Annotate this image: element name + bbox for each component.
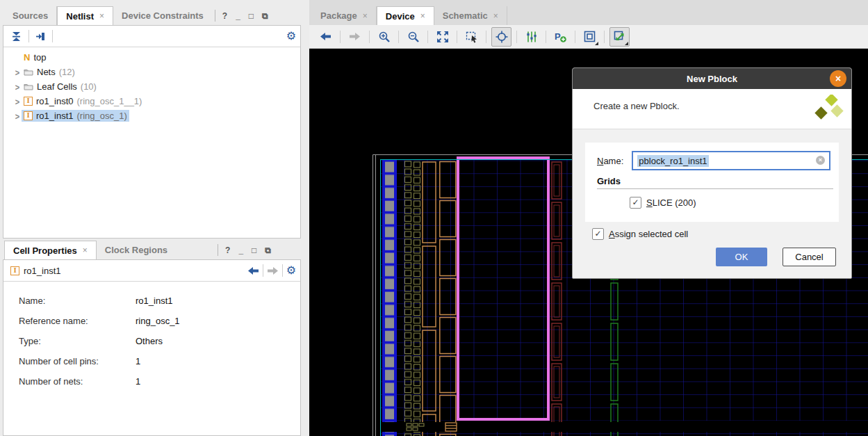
separator — [486, 31, 486, 43]
tree-label: ro1_inst0 — [36, 96, 73, 106]
tab-device-constraints[interactable]: Device Constraints — [113, 6, 212, 25]
property-row: Number of cell pins: 1 — [19, 356, 300, 376]
dialog-title: New Pblock — [687, 74, 737, 84]
separator — [340, 31, 341, 43]
zoom-to-selection-icon[interactable] — [462, 28, 481, 46]
chevron-right-icon[interactable]: > — [13, 111, 22, 120]
gear-icon[interactable]: ⚙ — [286, 31, 296, 42]
maximize-icon[interactable]: □ — [249, 11, 254, 21]
minimize-icon[interactable]: _ — [236, 11, 240, 21]
tree-count: (10) — [81, 81, 97, 92]
minimize-icon[interactable]: _ — [238, 245, 243, 255]
tab-label: Device — [386, 11, 415, 22]
help-icon[interactable]: ? — [225, 245, 230, 255]
show-routing-resources-icon[interactable] — [522, 28, 541, 46]
tab-label: Clock Regions — [105, 245, 167, 255]
tab-label: Sources — [13, 10, 48, 21]
tree-item-nets[interactable]: > Nets (12) — [3, 65, 300, 79]
separator — [52, 30, 53, 42]
tab-label: Netlist — [66, 11, 94, 22]
pblock-resize-mode-icon[interactable] — [609, 27, 630, 47]
back-arrow-icon[interactable] — [316, 28, 335, 46]
property-value: 1 — [136, 376, 140, 396]
selected-tree-row[interactable]: I ro1_inst1 (ring_osc_1) — [22, 110, 129, 122]
collapse-all-icon[interactable] — [11, 31, 22, 42]
tab-schematic[interactable]: Schematic × — [434, 6, 507, 25]
tree-label: Nets — [37, 67, 56, 77]
dialog-titlebar[interactable]: New Pblock × — [573, 68, 851, 89]
property-value: 1 — [136, 356, 140, 376]
instance-icon: I — [24, 111, 33, 120]
clear-input-icon[interactable]: × — [816, 156, 825, 165]
assign-selected-cell-checkbox[interactable]: ✓ — [592, 228, 604, 240]
tab-label: Cell Properties — [13, 245, 77, 256]
zoom-in-icon[interactable] — [375, 28, 393, 46]
slice-label: SLICE (200) — [646, 197, 696, 208]
cancel-button[interactable]: Cancel — [783, 248, 836, 266]
forward-arrow-icon[interactable] — [267, 266, 279, 275]
close-icon[interactable]: × — [363, 11, 368, 21]
instance-icon: I — [10, 266, 19, 275]
back-arrow-icon[interactable] — [247, 266, 259, 275]
separator — [604, 31, 605, 43]
tab-sources[interactable]: Sources — [4, 6, 57, 25]
chevron-right-icon[interactable]: > — [13, 67, 22, 76]
chevron-right-icon[interactable]: > — [13, 96, 22, 106]
netlist-icon: N — [24, 52, 30, 63]
autofit-selection-icon[interactable] — [491, 27, 511, 47]
dialog-close-button[interactable]: × — [830, 70, 846, 87]
slice-grid-row: ✓ SLICE (200) — [630, 197, 696, 209]
ok-button[interactable]: OK — [716, 248, 767, 266]
selected-cell-name: ro1_inst1 — [24, 266, 60, 276]
panel-window-controls: ? _ □ ⧉ — [218, 244, 278, 256]
maximize-icon[interactable]: □ — [252, 245, 256, 255]
tree-label: top — [33, 52, 46, 63]
svg-text:P: P — [555, 31, 561, 42]
folder-icon — [24, 68, 33, 76]
property-label: Number of cell pins: — [19, 356, 136, 376]
properties-toolbar: I ro1_inst1 ⚙ — [3, 260, 300, 282]
tree-label: ro1_inst1 — [36, 111, 73, 121]
tree-item-ro1-inst0[interactable]: > I ro1_inst0 (ring_osc_1__1) — [3, 94, 300, 108]
forward-arrow-icon[interactable] — [345, 28, 364, 46]
assign-selected-cell-label: Assign selected cell — [609, 229, 688, 239]
separator — [516, 31, 517, 43]
property-row: Reference name: ring_osc_1 — [19, 316, 300, 336]
new-pblock-dialog: New Pblock × Create a new Pblock. Name: … — [572, 67, 852, 279]
help-icon[interactable]: ? — [222, 11, 227, 21]
tree-item-leaf-cells[interactable]: > Leaf Cells (10) — [3, 79, 300, 94]
add-pblock-icon[interactable]: P — [551, 28, 570, 46]
close-icon[interactable]: × — [493, 11, 498, 21]
tab-netlist[interactable]: Netlist × — [57, 6, 113, 25]
zoom-fit-icon[interactable] — [433, 28, 452, 46]
draw-pblock-icon[interactable] — [580, 28, 599, 46]
section-divider — [597, 188, 833, 189]
vivado-logo — [814, 95, 844, 124]
separator — [546, 31, 546, 43]
separator — [427, 31, 428, 43]
zoom-out-icon[interactable] — [404, 28, 423, 46]
pblock-name-input[interactable]: pblock_ro1_inst1 × — [632, 151, 830, 170]
close-icon[interactable]: × — [420, 11, 425, 21]
tab-cell-properties[interactable]: Cell Properties × — [4, 241, 97, 259]
gear-icon[interactable]: ⚙ — [286, 265, 296, 276]
instance-icon: I — [24, 97, 33, 106]
chevron-right-icon[interactable]: > — [13, 81, 22, 91]
properties-tabbar: Cell Properties × Clock Regions ? _ □ ⧉ — [4, 241, 300, 259]
close-icon[interactable]: × — [99, 11, 104, 21]
device-tabbar: Package × Device × Schematic × — [312, 6, 507, 25]
separator — [282, 264, 283, 277]
netlist-tabbar: Sources Netlist × Device Constraints ? _… — [4, 6, 300, 25]
float-icon[interactable]: ⧉ — [265, 245, 271, 255]
tab-device[interactable]: Device × — [377, 6, 434, 25]
float-icon[interactable]: ⧉ — [262, 11, 268, 21]
tab-clock-regions[interactable]: Clock Regions — [97, 241, 176, 259]
tree-item-ro1-inst1[interactable]: > I ro1_inst1 (ring_osc_1) — [3, 108, 300, 123]
slice-checkbox[interactable]: ✓ — [630, 197, 641, 209]
tab-label: Device Constraints — [122, 10, 204, 21]
tree-item-top[interactable]: N top — [3, 50, 300, 65]
close-icon[interactable]: × — [83, 245, 88, 255]
scroll-to-selected-icon[interactable] — [35, 31, 46, 42]
tab-package[interactable]: Package × — [312, 6, 377, 25]
property-label: Type: — [19, 336, 136, 356]
